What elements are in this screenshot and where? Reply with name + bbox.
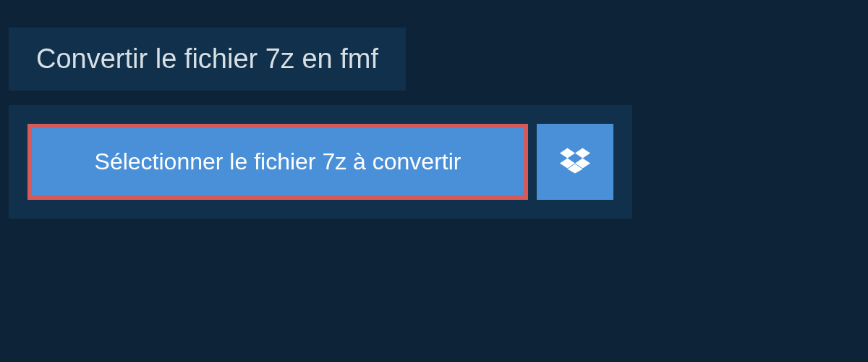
select-file-button[interactable]: Sélectionner le fichier 7z à convertir [27,124,528,200]
dropbox-icon [560,146,590,179]
page-title: Convertir le fichier 7z en fmf [36,43,378,75]
upload-panel: Sélectionner le fichier 7z à convertir [9,105,632,219]
page-header: Convertir le fichier 7z en fmf [9,28,406,90]
select-file-label: Sélectionner le fichier 7z à convertir [95,148,461,175]
dropbox-button[interactable] [537,124,613,200]
